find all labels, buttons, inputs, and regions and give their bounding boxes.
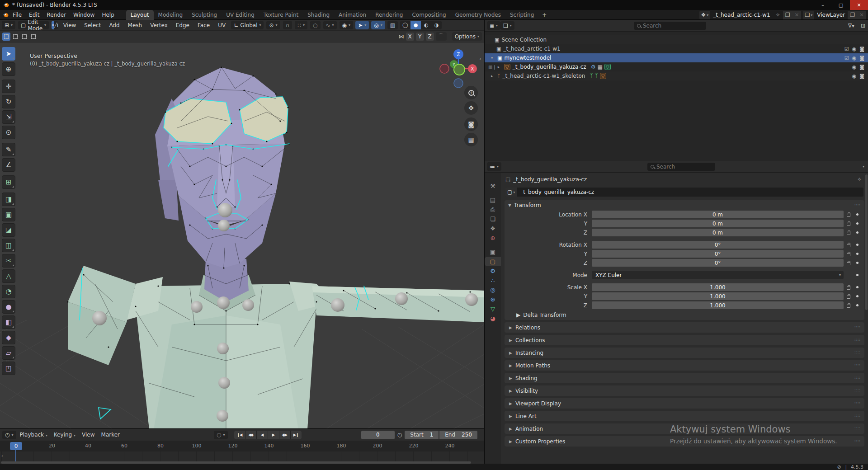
lock-icon[interactable] xyxy=(847,305,850,308)
xray-toggle[interactable]: ▥ xyxy=(387,21,398,29)
jump-to-start-button[interactable]: ❙◀ xyxy=(234,431,245,439)
new-collection-button[interactable]: ⊞ xyxy=(861,23,865,29)
menu-keying[interactable]: Keying ▾ xyxy=(51,432,78,438)
tab-scripting[interactable]: Scripting xyxy=(505,10,538,20)
tool-shear[interactable]: ▱ xyxy=(2,346,15,360)
tool-shrink-fatten[interactable]: ◆ xyxy=(2,331,15,344)
tab-rendering[interactable]: Rendering xyxy=(371,10,407,20)
tool-annotate[interactable]: ✎ xyxy=(2,143,15,156)
tab-render[interactable]: ▤ xyxy=(485,195,501,205)
animate-dot-icon[interactable] xyxy=(856,244,859,246)
overlays-dropdown[interactable]: ◎▾ xyxy=(371,21,385,29)
rotation-y-field[interactable]: 0° xyxy=(592,250,844,258)
tool-poly-build[interactable]: △ xyxy=(2,269,15,283)
tab-animation[interactable]: Animation xyxy=(334,10,371,20)
mesh-data-icon[interactable]: ▽ xyxy=(604,64,611,70)
menu-select[interactable]: Select xyxy=(81,22,104,28)
outliner-row-head-collection[interactable]: ▣ _t_head_arctic-c1-w1 ☑ ◉ ◙ xyxy=(485,44,868,53)
tool-tweak-select-box[interactable]: ➤ xyxy=(2,47,15,61)
orthographic-toggle-button[interactable]: ▦ xyxy=(464,133,478,146)
tool-cursor[interactable]: ⊕ xyxy=(2,62,15,76)
show-visibility-dropdown[interactable]: ◉▾ xyxy=(340,21,354,29)
pin-scene-icon[interactable]: ✧ xyxy=(773,11,783,19)
jump-to-end-button[interactable]: ▶❙ xyxy=(291,431,302,439)
transform-panel-header[interactable]: ▼ Transform ∷∷ xyxy=(505,200,864,210)
select-subtract-button[interactable] xyxy=(20,33,28,41)
camera-view-button[interactable]: ◙ xyxy=(464,118,478,131)
tool-smooth[interactable]: ● xyxy=(2,300,15,314)
menu-mesh[interactable]: Mesh xyxy=(125,22,145,28)
editor-divider[interactable] xyxy=(484,20,485,464)
menu-edit[interactable]: Edit xyxy=(25,10,43,20)
menu-window[interactable]: Window xyxy=(70,10,98,20)
menu-marker[interactable]: Marker xyxy=(99,432,123,438)
menu-edge[interactable]: Edge xyxy=(173,22,192,28)
camera-visibility-icon[interactable]: ◙ xyxy=(859,55,864,61)
menu-playback[interactable]: Playback ▾ xyxy=(17,432,50,438)
lock-icon[interactable] xyxy=(847,287,850,290)
eye-icon[interactable]: ◉ xyxy=(852,73,857,79)
mode-dropdown[interactable]: ▢Edit Mode▾ xyxy=(18,21,49,29)
gizmos-dropdown[interactable]: ➤▾ xyxy=(355,21,369,29)
animate-dot-icon[interactable] xyxy=(856,295,859,297)
panel-motion-paths[interactable]: ▶Motion Paths∷∷ xyxy=(505,360,864,371)
shading-rendered-button[interactable]: ◑ xyxy=(431,21,442,29)
tool-loop-cut[interactable]: ◫ xyxy=(2,239,15,252)
timeline-expand-arrow[interactable]: › xyxy=(1,453,3,458)
timeline-ruler[interactable]: 20 40 60 80 100 120 140 160 180 200 220 … xyxy=(0,441,484,451)
child-mesh-icon[interactable]: ▽ xyxy=(600,73,606,79)
panel-custom-properties[interactable]: ▶Custom Properties∷∷ xyxy=(505,436,864,446)
tool-add-cube[interactable]: ⊞ xyxy=(2,175,15,189)
sidebar-collapse-arrow[interactable]: ‹ xyxy=(479,56,481,62)
select-intersect-button[interactable] xyxy=(29,33,38,41)
tab-scene[interactable]: ❖ xyxy=(485,224,501,233)
tab-collection[interactable]: ▣ xyxy=(485,247,501,257)
tool-bevel[interactable]: ◪ xyxy=(2,223,15,237)
previous-keyframe-button[interactable]: ◀◆ xyxy=(245,431,256,439)
panel-animation[interactable]: ▶Animation∷∷ xyxy=(505,423,864,434)
mirror-y-toggle[interactable]: Y xyxy=(416,33,424,41)
lock-icon[interactable] xyxy=(847,296,850,299)
tab-world[interactable]: ⊕ xyxy=(485,233,501,243)
pin-icon[interactable]: ✧ xyxy=(857,176,862,183)
filter-icon[interactable]: ∇▾ xyxy=(848,23,854,29)
tab-uv-editing[interactable]: UV Editing xyxy=(222,10,259,20)
stopwatch-icon[interactable]: ◷ xyxy=(397,432,402,438)
tool-spin[interactable]: ◔ xyxy=(2,285,15,298)
tab-layout[interactable]: Layout xyxy=(126,10,154,20)
gizmo-center[interactable] xyxy=(454,64,465,75)
outliner-row-body-mesh[interactable]: ▥❘ ▸ ▽ _t_body_guerilla_yakuza-cz ⚙ ▦ ▽ … xyxy=(485,62,868,71)
gizmo-neg-z[interactable] xyxy=(454,79,463,88)
editor-type-dropdown[interactable]: ⊞▾ xyxy=(2,21,15,29)
expand-arrow-icon[interactable]: ▸ xyxy=(491,74,497,78)
tab-material[interactable]: ◕ xyxy=(485,314,501,323)
frame-start-field[interactable]: Start1 xyxy=(405,431,439,439)
tab-sculpting[interactable]: Sculpting xyxy=(187,10,222,20)
shading-solid-button[interactable]: ● xyxy=(410,21,421,29)
vertex-group-icon[interactable]: ▦ xyxy=(597,64,602,70)
snap-settings-dropdown[interactable]: ∷▾ xyxy=(295,21,307,29)
tab-particles[interactable]: ∴ xyxy=(485,276,501,285)
tool-move[interactable]: ✛ xyxy=(2,80,15,93)
properties-editor-type-dropdown[interactable]: ≔▾ xyxy=(487,162,501,171)
tab-compositing[interactable]: Compositing xyxy=(407,10,450,20)
panel-visibility[interactable]: ▶Visibility∷∷ xyxy=(505,385,864,396)
panel-relations[interactable]: ▶Relations∷∷ xyxy=(505,322,864,333)
menu-view-timeline[interactable]: View xyxy=(79,432,97,438)
panel-shading[interactable]: ▶Shading∷∷ xyxy=(505,373,864,383)
drag-dots-icon[interactable]: ∷∷ xyxy=(855,203,861,207)
animate-dot-icon[interactable] xyxy=(856,231,859,234)
tool-transform[interactable]: ⊙ xyxy=(2,126,15,139)
tab-modifiers[interactable]: ⚙ xyxy=(485,266,501,276)
mirror-z-toggle[interactable]: Z xyxy=(426,33,434,41)
transform-orientation-dropdown[interactable]: ∟Global▾ xyxy=(231,21,264,29)
minimize-button[interactable]: – xyxy=(814,0,832,10)
location-y-field[interactable]: 0 m xyxy=(592,220,844,227)
menu-view[interactable]: View xyxy=(61,22,79,28)
tool-scale[interactable]: ⇲ xyxy=(2,110,15,124)
current-frame-field[interactable]: 0 xyxy=(361,431,395,439)
eye-icon[interactable]: ◉ xyxy=(852,64,857,70)
animate-dot-icon[interactable] xyxy=(856,253,859,255)
menu-file[interactable]: File xyxy=(9,10,25,20)
next-keyframe-button[interactable]: ◆▶ xyxy=(279,431,290,439)
